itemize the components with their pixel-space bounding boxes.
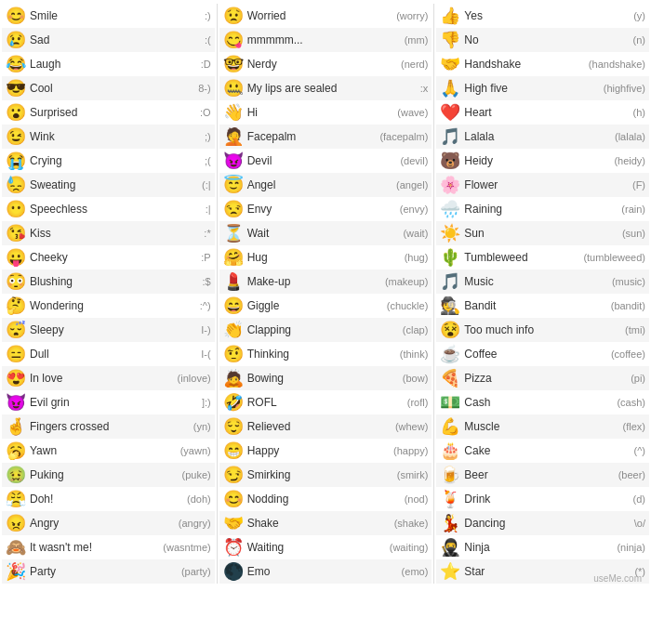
emoji-name: Blushing — [30, 275, 198, 288]
emoji-name: Lalala — [464, 130, 611, 143]
emoji-icon: 😭 — [6, 151, 26, 171]
list-item: 💃Dancing\o/ — [436, 511, 649, 535]
emoji-code: (lalala) — [615, 131, 645, 142]
emoji-name: Facepalm — [247, 130, 377, 143]
emoji-icon: 😓 — [6, 175, 26, 195]
emoji-code: (yn) — [193, 421, 211, 432]
emoji-icon: 😉 — [6, 126, 26, 147]
list-item: 👍Yes(y) — [436, 4, 649, 28]
emoji-icon: 🤢 — [6, 465, 26, 485]
emoji-icon: 💵 — [440, 392, 460, 413]
emoji-icon: 🤝 — [223, 513, 244, 533]
list-item: 😉Wink;) — [2, 125, 215, 149]
emoji-code: (angel) — [396, 179, 428, 191]
list-item: 😓Sweating(:| — [2, 173, 215, 197]
emoji-name: Handshake — [464, 58, 585, 71]
emoji-icon: 🤔 — [6, 296, 26, 316]
emoji-name: Cheeky — [30, 251, 197, 264]
column-1: 😟Worried(worry)😋mmmmm...(mm)🤓Nerdy(nerd)… — [219, 4, 432, 584]
list-item: 😑DullI-( — [2, 342, 215, 366]
emoji-name: Thinking — [247, 348, 396, 361]
list-item: 😈Evil grin]:) — [2, 390, 215, 414]
emoji-icon: 👋 — [223, 102, 244, 123]
emoji-code: (doh) — [187, 493, 211, 505]
emoji-name: Cash — [464, 396, 613, 409]
emoji-icon: 🌸 — [440, 175, 460, 195]
emoji-name: Angel — [247, 178, 392, 191]
emoji-icon: ☕ — [440, 344, 460, 364]
emoji-icon: 🌑 — [223, 561, 244, 582]
emoji-code: ;) — [205, 131, 211, 142]
emoji-icon: 😈 — [6, 392, 26, 413]
list-item: 😋mmmmm...(mm) — [219, 28, 432, 52]
list-item: 🌑Emo(emo) — [219, 559, 432, 584]
emoji-code: (party) — [181, 566, 211, 577]
emoji-name: Wait — [247, 227, 400, 240]
list-item: 😌Relieved(whew) — [219, 414, 432, 439]
emoji-code: (nod) — [405, 493, 429, 505]
emoji-name: Emo — [247, 565, 398, 578]
emoji-name: Clapping — [247, 323, 399, 336]
emoji-name: Pizza — [464, 372, 627, 385]
emoji-name: No — [464, 33, 629, 46]
emoji-code: :P — [201, 252, 210, 263]
emoji-code: :( — [205, 34, 211, 46]
emoji-name: Envy — [247, 203, 396, 216]
emoji-name: Fingers crossed — [30, 420, 190, 433]
emoji-name: Nerdy — [247, 58, 397, 71]
emoji-name: Yawn — [30, 444, 177, 457]
list-item: 🍹Drink(d) — [436, 487, 649, 511]
emoji-icon: 💪 — [440, 416, 460, 437]
emoji-code: (worry) — [396, 10, 428, 21]
emoji-icon: 😮 — [6, 102, 26, 123]
emoji-code: (shake) — [394, 518, 429, 529]
list-item: 👋Hi(wave) — [219, 100, 432, 125]
emoji-icon: 🎂 — [440, 440, 460, 461]
emoji-code: (rofl) — [407, 397, 429, 408]
emoji-code: (:| — [202, 179, 211, 191]
emoji-code: (sun) — [622, 228, 645, 239]
emoji-code: :) — [205, 10, 211, 21]
emoji-name: Puking — [30, 468, 178, 481]
list-item: 🤦Facepalm(facepalm) — [219, 125, 432, 149]
emoji-code: (handshake) — [589, 59, 645, 70]
emoji-icon: 😊 — [223, 489, 244, 509]
list-item: 🤝Shake(shake) — [219, 511, 432, 535]
emoji-code: (coffee) — [611, 348, 645, 360]
emoji-icon: 😋 — [223, 30, 244, 50]
list-item: 🤣ROFL(rofl) — [219, 390, 432, 414]
emoji-code: (bow) — [403, 373, 429, 384]
emoji-code: I-) — [201, 324, 210, 335]
list-item: ⏰Waiting(waiting) — [219, 535, 432, 559]
emoji-code: (mm) — [405, 34, 429, 46]
emoji-icon: ⭐ — [440, 561, 460, 582]
emoji-name: Bandit — [464, 299, 606, 312]
emoji-icon: 😶 — [6, 199, 26, 219]
emoji-code: (wasntme) — [163, 542, 210, 553]
list-item: ⏳Wait(wait) — [219, 221, 432, 245]
list-item: 🐻Heidy(heidy) — [436, 149, 649, 173]
list-item: ❤️Heart(h) — [436, 100, 649, 125]
emoji-icon: 💄 — [223, 271, 244, 292]
emoji-icon: 😒 — [223, 199, 244, 219]
emoji-icon: 🕵️ — [440, 296, 460, 316]
emoji-code: \o/ — [634, 518, 645, 529]
emoji-icon: ❤️ — [440, 102, 460, 123]
emoji-name: Heidy — [464, 154, 610, 167]
emoji-name: Bowing — [247, 372, 399, 385]
emoji-code: (clap) — [403, 324, 429, 335]
emoji-name: Cake — [464, 444, 630, 457]
column-2: 👍Yes(y)👎No(n)🤝Handshake(handshake)🙏High … — [436, 4, 649, 584]
emoji-name: Doh! — [30, 493, 183, 506]
emoji-name: Sun — [464, 227, 618, 240]
emoji-name: Tumbleweed — [464, 251, 579, 264]
list-item: 👏Clapping(clap) — [219, 318, 432, 342]
emoji-name: Relieved — [247, 420, 392, 433]
emoji-name: Surprised — [30, 106, 196, 119]
emoji-icon: 😈 — [223, 151, 244, 171]
emoji-name: Smile — [30, 9, 201, 22]
emoji-icon: 🍺 — [440, 465, 460, 485]
emoji-reference-page: 😊Smile:)😢Sad:(😂Laugh:D😎Cool8-)😮Surprised… — [0, 0, 651, 587]
list-item: 😘Kiss:* — [2, 221, 215, 245]
emoji-icon: 😁 — [223, 440, 244, 461]
